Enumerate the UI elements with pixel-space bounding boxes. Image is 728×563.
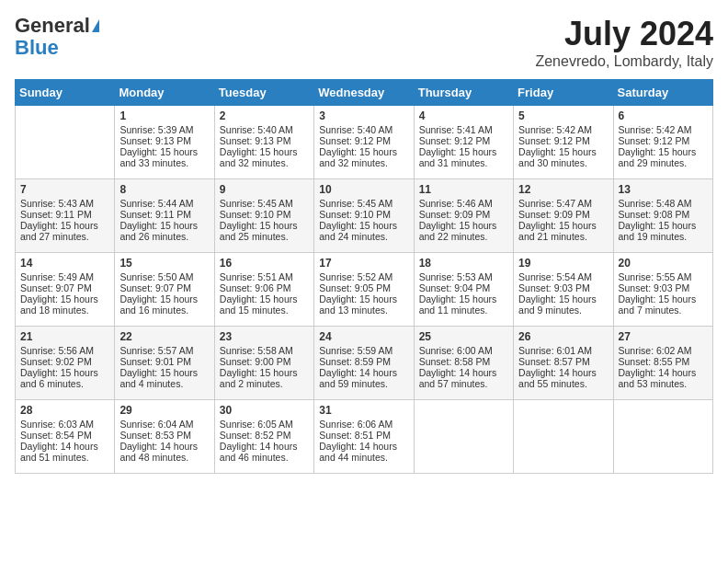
sunrise-text: Sunrise: 5:52 AM bbox=[319, 271, 392, 282]
sunset-text: Sunset: 9:01 PM bbox=[119, 356, 191, 367]
sunrise-text: Sunrise: 5:57 AM bbox=[119, 345, 193, 356]
sunrise-text: Sunrise: 5:55 AM bbox=[619, 271, 692, 282]
sunset-text: Sunset: 9:03 PM bbox=[619, 282, 690, 293]
logo-triangle-icon bbox=[92, 19, 99, 32]
daylight-text: Daylight: 14 hours and 57 minutes. bbox=[419, 367, 497, 389]
calendar-cell: 1Sunrise: 5:39 AMSunset: 9:13 PMDaylight… bbox=[115, 106, 214, 179]
calendar-cell: 26Sunrise: 6:01 AMSunset: 8:57 PMDayligh… bbox=[514, 327, 613, 400]
calendar-cell: 18Sunrise: 5:53 AMSunset: 9:04 PMDayligh… bbox=[414, 253, 513, 327]
day-number: 22 bbox=[119, 330, 209, 343]
day-number: 7 bbox=[20, 183, 109, 196]
daylight-text: Daylight: 15 hours and 33 minutes. bbox=[119, 146, 198, 168]
sunrise-text: Sunrise: 5:46 AM bbox=[419, 198, 493, 209]
sunset-text: Sunset: 9:03 PM bbox=[518, 282, 590, 293]
sunrise-text: Sunrise: 5:58 AM bbox=[220, 345, 293, 356]
sunrise-text: Sunrise: 5:59 AM bbox=[319, 345, 392, 356]
day-number: 1 bbox=[119, 109, 209, 122]
weekday-saturday: Saturday bbox=[613, 80, 712, 106]
daylight-text: Daylight: 15 hours and 4 minutes. bbox=[119, 367, 198, 389]
calendar-cell bbox=[514, 400, 613, 474]
sunset-text: Sunset: 8:57 PM bbox=[518, 356, 590, 367]
day-number: 27 bbox=[619, 330, 708, 343]
sunset-text: Sunset: 9:12 PM bbox=[419, 135, 491, 146]
sunrise-text: Sunrise: 5:45 AM bbox=[319, 198, 392, 209]
day-number: 30 bbox=[220, 404, 309, 417]
calendar-cell: 8Sunrise: 5:44 AMSunset: 9:11 PMDaylight… bbox=[115, 179, 214, 253]
sunset-text: Sunset: 9:07 PM bbox=[20, 282, 92, 293]
day-number: 11 bbox=[419, 183, 508, 196]
day-number: 24 bbox=[319, 330, 408, 343]
day-number: 5 bbox=[518, 109, 608, 122]
day-number: 18 bbox=[419, 257, 508, 270]
calendar-cell: 27Sunrise: 6:02 AMSunset: 8:55 PMDayligh… bbox=[613, 327, 712, 400]
daylight-text: Daylight: 14 hours and 48 minutes. bbox=[119, 441, 198, 463]
calendar-cell: 31Sunrise: 6:06 AMSunset: 8:51 PMDayligh… bbox=[314, 400, 414, 474]
sunrise-text: Sunrise: 5:51 AM bbox=[220, 271, 293, 282]
day-number: 21 bbox=[20, 330, 109, 343]
daylight-text: Daylight: 15 hours and 30 minutes. bbox=[518, 146, 597, 168]
sunrise-text: Sunrise: 5:50 AM bbox=[119, 271, 193, 282]
sunset-text: Sunset: 9:05 PM bbox=[319, 282, 391, 293]
calendar-cell: 23Sunrise: 5:58 AMSunset: 9:00 PMDayligh… bbox=[214, 327, 313, 400]
sunset-text: Sunset: 8:59 PM bbox=[319, 356, 391, 367]
calendar-cell: 29Sunrise: 6:04 AMSunset: 8:53 PMDayligh… bbox=[115, 400, 214, 474]
daylight-text: Daylight: 15 hours and 22 minutes. bbox=[419, 220, 497, 242]
sunrise-text: Sunrise: 5:54 AM bbox=[518, 271, 592, 282]
calendar-cell: 12Sunrise: 5:47 AMSunset: 9:09 PMDayligh… bbox=[514, 179, 613, 253]
calendar-cell: 14Sunrise: 5:49 AMSunset: 9:07 PMDayligh… bbox=[16, 253, 115, 327]
calendar-cell: 7Sunrise: 5:43 AMSunset: 9:11 PMDaylight… bbox=[16, 179, 115, 253]
sunset-text: Sunset: 8:53 PM bbox=[119, 430, 191, 441]
day-number: 12 bbox=[518, 183, 608, 196]
daylight-text: Daylight: 15 hours and 18 minutes. bbox=[20, 293, 98, 316]
calendar-week-2: 7Sunrise: 5:43 AMSunset: 9:11 PMDaylight… bbox=[16, 179, 713, 253]
day-number: 2 bbox=[220, 109, 309, 122]
calendar-cell: 24Sunrise: 5:59 AMSunset: 8:59 PMDayligh… bbox=[314, 327, 414, 400]
day-number: 14 bbox=[20, 257, 109, 270]
calendar-cell: 6Sunrise: 5:42 AMSunset: 9:12 PMDaylight… bbox=[613, 106, 712, 179]
calendar-body: 1Sunrise: 5:39 AMSunset: 9:13 PMDaylight… bbox=[16, 106, 713, 474]
calendar-table: SundayMondayTuesdayWednesdayThursdayFrid… bbox=[15, 79, 713, 474]
day-number: 6 bbox=[619, 109, 708, 122]
calendar-cell: 17Sunrise: 5:52 AMSunset: 9:05 PMDayligh… bbox=[314, 253, 414, 327]
daylight-text: Daylight: 14 hours and 59 minutes. bbox=[319, 367, 397, 389]
logo-general-text: General bbox=[15, 15, 90, 37]
calendar-cell: 3Sunrise: 5:40 AMSunset: 9:12 PMDaylight… bbox=[314, 106, 414, 179]
sunrise-text: Sunrise: 5:41 AM bbox=[419, 124, 493, 135]
sunset-text: Sunset: 8:55 PM bbox=[619, 356, 690, 367]
sunrise-text: Sunrise: 6:02 AM bbox=[619, 345, 692, 356]
daylight-text: Daylight: 15 hours and 13 minutes. bbox=[319, 293, 397, 316]
sunset-text: Sunset: 8:52 PM bbox=[220, 430, 291, 441]
calendar-cell bbox=[613, 400, 712, 474]
sunset-text: Sunset: 9:07 PM bbox=[119, 282, 191, 293]
page-header: General Blue July 2024 Zenevredo, Lombar… bbox=[15, 15, 713, 70]
calendar-cell: 20Sunrise: 5:55 AMSunset: 9:03 PMDayligh… bbox=[613, 253, 712, 327]
calendar-cell: 16Sunrise: 5:51 AMSunset: 9:06 PMDayligh… bbox=[214, 253, 313, 327]
calendar-cell: 9Sunrise: 5:45 AMSunset: 9:10 PMDaylight… bbox=[214, 179, 313, 253]
day-number: 29 bbox=[119, 404, 209, 417]
sunrise-text: Sunrise: 6:05 AM bbox=[220, 419, 293, 430]
daylight-text: Daylight: 15 hours and 2 minutes. bbox=[220, 367, 298, 389]
day-number: 28 bbox=[20, 404, 109, 417]
sunrise-text: Sunrise: 5:40 AM bbox=[220, 124, 293, 135]
daylight-text: Daylight: 15 hours and 32 minutes. bbox=[220, 146, 298, 168]
weekday-tuesday: Tuesday bbox=[214, 80, 313, 106]
location-subtitle: Zenevredo, Lombardy, Italy bbox=[535, 53, 713, 70]
sunrise-text: Sunrise: 5:45 AM bbox=[220, 198, 293, 209]
sunset-text: Sunset: 9:06 PM bbox=[220, 282, 291, 293]
day-number: 23 bbox=[220, 330, 309, 343]
daylight-text: Daylight: 15 hours and 27 minutes. bbox=[20, 220, 98, 242]
daylight-text: Daylight: 15 hours and 15 minutes. bbox=[220, 293, 298, 316]
day-number: 26 bbox=[518, 330, 608, 343]
calendar-cell: 15Sunrise: 5:50 AMSunset: 9:07 PMDayligh… bbox=[115, 253, 214, 327]
sunrise-text: Sunrise: 6:03 AM bbox=[20, 419, 94, 430]
calendar-cell: 30Sunrise: 6:05 AMSunset: 8:52 PMDayligh… bbox=[214, 400, 313, 474]
sunrise-text: Sunrise: 6:04 AM bbox=[119, 419, 193, 430]
logo-blue-text: Blue bbox=[15, 37, 99, 59]
sunrise-text: Sunrise: 5:53 AM bbox=[419, 271, 493, 282]
calendar-cell: 13Sunrise: 5:48 AMSunset: 9:08 PMDayligh… bbox=[613, 179, 712, 253]
sunset-text: Sunset: 9:08 PM bbox=[619, 209, 690, 220]
calendar-cell: 10Sunrise: 5:45 AMSunset: 9:10 PMDayligh… bbox=[314, 179, 414, 253]
daylight-text: Daylight: 14 hours and 44 minutes. bbox=[319, 441, 397, 463]
sunset-text: Sunset: 9:13 PM bbox=[119, 135, 191, 146]
sunrise-text: Sunrise: 6:06 AM bbox=[319, 419, 392, 430]
